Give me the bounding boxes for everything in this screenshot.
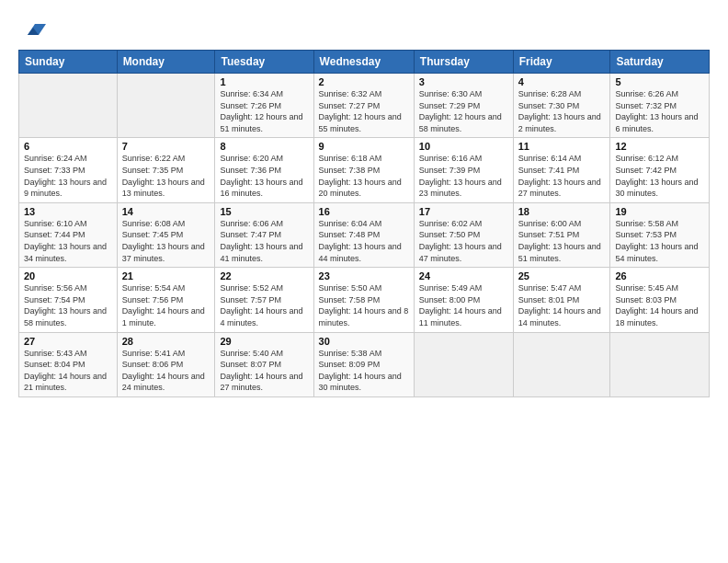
day-info: Sunrise: 6:34 AMSunset: 7:26 PMDaylight:…: [220, 88, 308, 134]
week-row-4: 27Sunrise: 5:43 AMSunset: 8:04 PMDayligh…: [19, 332, 710, 396]
day-info: Sunrise: 6:32 AMSunset: 7:27 PMDaylight:…: [319, 88, 409, 134]
day-number: 19: [615, 206, 704, 217]
day-info: Sunrise: 5:58 AMSunset: 7:53 PMDaylight:…: [615, 218, 704, 264]
calendar-cell: 19Sunrise: 5:58 AMSunset: 7:53 PMDayligh…: [610, 202, 710, 267]
weekday-header-wednesday: Wednesday: [313, 51, 414, 74]
weekday-header-saturday: Saturday: [610, 51, 710, 74]
calendar-cell: 17Sunrise: 6:02 AMSunset: 7:50 PMDayligh…: [414, 202, 513, 267]
day-info: Sunrise: 6:04 AMSunset: 7:48 PMDaylight:…: [319, 218, 409, 264]
calendar-cell: 2Sunrise: 6:32 AMSunset: 7:27 PMDaylight…: [313, 74, 414, 138]
calendar-cell: 12Sunrise: 6:12 AMSunset: 7:42 PMDayligh…: [610, 138, 710, 202]
day-number: 21: [122, 270, 210, 282]
day-info: Sunrise: 5:56 AMSunset: 7:54 PMDaylight:…: [24, 282, 112, 328]
day-number: 16: [319, 206, 409, 217]
calendar-cell: 8Sunrise: 6:20 AMSunset: 7:36 PMDaylight…: [215, 138, 313, 202]
day-number: 2: [319, 76, 409, 87]
calendar-cell: [19, 74, 118, 138]
day-info: Sunrise: 6:10 AMSunset: 7:44 PMDaylight:…: [24, 218, 112, 264]
day-info: Sunrise: 6:14 AMSunset: 7:41 PMDaylight:…: [518, 153, 606, 199]
day-number: 22: [220, 270, 308, 282]
day-info: Sunrise: 6:22 AMSunset: 7:35 PMDaylight:…: [122, 153, 210, 199]
calendar-cell: 15Sunrise: 6:06 AMSunset: 7:47 PMDayligh…: [215, 202, 313, 267]
day-number: 24: [419, 270, 508, 282]
calendar-cell: 5Sunrise: 6:26 AMSunset: 7:32 PMDaylight…: [610, 74, 710, 138]
day-info: Sunrise: 5:43 AMSunset: 8:04 PMDaylight:…: [24, 348, 112, 394]
calendar-cell: 13Sunrise: 6:10 AMSunset: 7:44 PMDayligh…: [19, 202, 118, 267]
day-info: Sunrise: 6:00 AMSunset: 7:51 PMDaylight:…: [518, 218, 606, 264]
calendar-cell: 16Sunrise: 6:04 AMSunset: 7:48 PMDayligh…: [313, 202, 414, 267]
day-number: 15: [220, 206, 308, 217]
day-number: 14: [122, 206, 210, 217]
day-number: 25: [518, 270, 606, 282]
calendar-cell: 14Sunrise: 6:08 AMSunset: 7:45 PMDayligh…: [117, 202, 215, 267]
day-info: Sunrise: 5:47 AMSunset: 8:01 PMDaylight:…: [518, 282, 606, 328]
logo: [18, 15, 46, 40]
calendar-cell: 10Sunrise: 6:16 AMSunset: 7:39 PMDayligh…: [414, 138, 513, 202]
calendar-cell: 4Sunrise: 6:28 AMSunset: 7:30 PMDaylight…: [513, 74, 610, 138]
day-info: Sunrise: 6:16 AMSunset: 7:39 PMDaylight:…: [419, 153, 508, 199]
day-info: Sunrise: 6:02 AMSunset: 7:50 PMDaylight:…: [419, 218, 508, 264]
day-info: Sunrise: 5:38 AMSunset: 8:09 PMDaylight:…: [319, 348, 409, 394]
calendar-cell: 20Sunrise: 5:56 AMSunset: 7:54 PMDayligh…: [19, 268, 118, 332]
day-number: 11: [518, 141, 606, 152]
day-info: Sunrise: 5:50 AMSunset: 7:58 PMDaylight:…: [319, 282, 409, 328]
calendar-cell: 28Sunrise: 5:41 AMSunset: 8:06 PMDayligh…: [117, 332, 215, 396]
day-number: 28: [122, 336, 210, 347]
calendar-cell: [610, 332, 710, 396]
weekday-header-friday: Friday: [513, 51, 610, 74]
day-number: 8: [220, 141, 308, 152]
weekday-header-sunday: Sunday: [19, 51, 118, 74]
calendar-cell: [117, 74, 215, 138]
day-number: 5: [615, 76, 704, 87]
calendar-cell: 23Sunrise: 5:50 AMSunset: 7:58 PMDayligh…: [313, 268, 414, 332]
day-number: 17: [419, 206, 508, 217]
day-number: 20: [24, 270, 112, 282]
week-row-0: 1Sunrise: 6:34 AMSunset: 7:26 PMDaylight…: [19, 74, 710, 138]
calendar-cell: 11Sunrise: 6:14 AMSunset: 7:41 PMDayligh…: [513, 138, 610, 202]
day-number: 1: [220, 76, 308, 87]
day-info: Sunrise: 6:18 AMSunset: 7:38 PMDaylight:…: [319, 153, 409, 199]
day-info: Sunrise: 5:40 AMSunset: 8:07 PMDaylight:…: [220, 348, 308, 394]
day-info: Sunrise: 6:24 AMSunset: 7:33 PMDaylight:…: [24, 153, 112, 199]
page: SundayMondayTuesdayWednesdayThursdayFrid…: [0, 0, 728, 563]
calendar-cell: 27Sunrise: 5:43 AMSunset: 8:04 PMDayligh…: [19, 332, 118, 396]
calendar-cell: 24Sunrise: 5:49 AMSunset: 8:00 PMDayligh…: [414, 268, 513, 332]
calendar-cell: 29Sunrise: 5:40 AMSunset: 8:07 PMDayligh…: [215, 332, 313, 396]
calendar-cell: 9Sunrise: 6:18 AMSunset: 7:38 PMDaylight…: [313, 138, 414, 202]
day-number: 29: [220, 336, 308, 347]
day-info: Sunrise: 5:41 AMSunset: 8:06 PMDaylight:…: [122, 348, 210, 394]
calendar-table: SundayMondayTuesdayWednesdayThursdayFrid…: [18, 50, 710, 397]
day-info: Sunrise: 5:54 AMSunset: 7:56 PMDaylight:…: [122, 282, 210, 328]
calendar-cell: 6Sunrise: 6:24 AMSunset: 7:33 PMDaylight…: [19, 138, 118, 202]
day-number: 23: [319, 270, 409, 282]
week-row-2: 13Sunrise: 6:10 AMSunset: 7:44 PMDayligh…: [19, 202, 710, 267]
day-info: Sunrise: 6:20 AMSunset: 7:36 PMDaylight:…: [220, 153, 308, 199]
day-number: 9: [319, 141, 409, 152]
calendar-cell: 7Sunrise: 6:22 AMSunset: 7:35 PMDaylight…: [117, 138, 215, 202]
day-number: 4: [518, 76, 606, 87]
header: [18, 15, 710, 40]
calendar-cell: 1Sunrise: 6:34 AMSunset: 7:26 PMDaylight…: [215, 74, 313, 138]
logo-icon: [20, 15, 46, 40]
day-info: Sunrise: 5:49 AMSunset: 8:00 PMDaylight:…: [419, 282, 508, 328]
day-number: 12: [615, 141, 704, 152]
weekday-header-monday: Monday: [117, 51, 215, 74]
calendar-cell: 21Sunrise: 5:54 AMSunset: 7:56 PMDayligh…: [117, 268, 215, 332]
day-number: 27: [24, 336, 112, 347]
day-info: Sunrise: 6:30 AMSunset: 7:29 PMDaylight:…: [419, 88, 508, 134]
week-row-1: 6Sunrise: 6:24 AMSunset: 7:33 PMDaylight…: [19, 138, 710, 202]
day-info: Sunrise: 6:06 AMSunset: 7:47 PMDaylight:…: [220, 218, 308, 264]
weekday-header-thursday: Thursday: [414, 51, 513, 74]
day-number: 7: [122, 141, 210, 152]
calendar-cell: 26Sunrise: 5:45 AMSunset: 8:03 PMDayligh…: [610, 268, 710, 332]
day-number: 26: [615, 270, 704, 282]
day-number: 10: [419, 141, 508, 152]
calendar-cell: 25Sunrise: 5:47 AMSunset: 8:01 PMDayligh…: [513, 268, 610, 332]
day-info: Sunrise: 6:12 AMSunset: 7:42 PMDaylight:…: [615, 153, 704, 199]
day-number: 30: [319, 336, 409, 347]
day-info: Sunrise: 5:52 AMSunset: 7:57 PMDaylight:…: [220, 282, 308, 328]
weekday-header-row: SundayMondayTuesdayWednesdayThursdayFrid…: [19, 51, 710, 74]
day-info: Sunrise: 6:08 AMSunset: 7:45 PMDaylight:…: [122, 218, 210, 264]
day-info: Sunrise: 6:26 AMSunset: 7:32 PMDaylight:…: [615, 88, 704, 134]
day-info: Sunrise: 5:45 AMSunset: 8:03 PMDaylight:…: [615, 282, 704, 328]
